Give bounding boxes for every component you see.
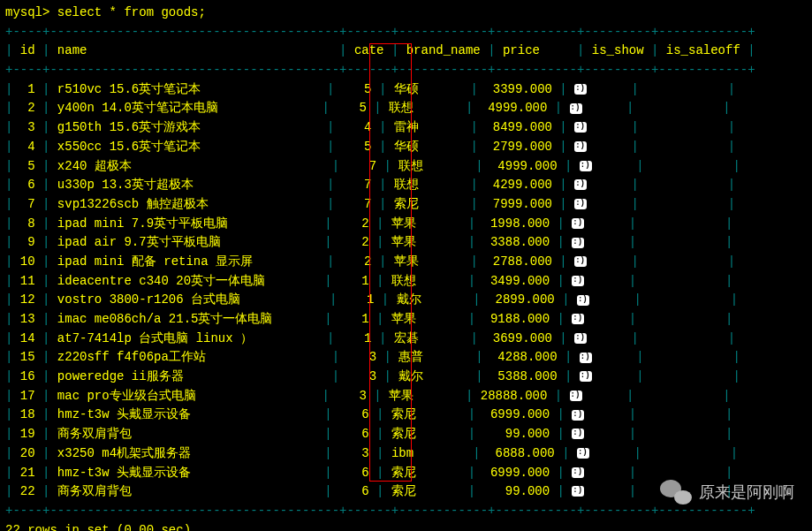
table-row: | 2 | y400n 14.0英寸笔记本电脑 | 5 | 联想 | 4999.…	[5, 99, 807, 118]
smiley-icon	[572, 410, 584, 421]
smiley-icon	[572, 429, 584, 439]
table-row: | 6 | u330p 13.3英寸超极本 | 7 | 联想 | 4299.00…	[5, 176, 807, 195]
smiley-icon	[580, 371, 592, 382]
table-row: | 8 | ipad mini 7.9英寸平板电脑 | 2 | 苹果 | 199…	[5, 215, 807, 234]
smiley-icon	[570, 103, 582, 114]
smiley-icon	[570, 391, 582, 401]
smiley-icon	[574, 179, 587, 190]
table-row: | 9 | ipad air 9.7英寸平板电脑 | 2 | 苹果 | 3388…	[5, 233, 807, 253]
smiley-icon	[577, 295, 589, 306]
result-footer: 22 rows in set (0.00 sec)	[5, 521, 807, 531]
watermark-text: 原来是阿刚啊	[699, 481, 794, 505]
table-row: | 10 | ipad mini 配备 retina 显示屏 | 2 | 苹果 …	[5, 253, 807, 272]
smiley-icon	[574, 333, 587, 344]
smiley-icon	[572, 276, 584, 286]
smiley-icon	[572, 238, 584, 248]
smiley-icon	[577, 448, 589, 459]
smiley-icon	[572, 314, 584, 324]
smiley-icon	[574, 122, 587, 133]
table-row: | 4 | x550cc 15.6英寸笔记本 | 5 | 华硕 | 2799.0…	[5, 138, 807, 157]
smiley-icon	[574, 141, 587, 152]
watermark: 原来是阿刚啊	[660, 480, 794, 506]
table-header: | id | name | cate | brand_name | price …	[5, 42, 807, 61]
table-row: | 16 | poweredge ii服务器 | 3 | 戴尔 | 5388.0…	[5, 368, 807, 387]
table-row: | 19 | 商务双肩背包 | 6 | 索尼 | 99.000 | | |	[5, 425, 807, 444]
table-row: | 14 | at7-7414lp 台式电脑 linux ） | 1 | 宏碁 …	[5, 330, 807, 349]
smiley-icon	[574, 84, 587, 95]
smiley-icon	[574, 199, 587, 209]
table-row: | 17 | mac pro专业级台式电脑 | 3 | 苹果 | 28888.0…	[5, 387, 807, 406]
table-body: | 1 | r510vc 15.6英寸笔记本 | 5 | 华硕 | 3399.0…	[5, 80, 807, 502]
smiley-icon	[572, 467, 584, 478]
table-row: | 7 | svp13226scb 触控超极本 | 7 | 索尼 | 7999.…	[5, 195, 807, 215]
mysql-prompt: mysql> select * from goods;	[5, 4, 807, 23]
smiley-icon	[574, 256, 587, 267]
table-row: | 1 | r510vc 15.6英寸笔记本 | 5 | 华硕 | 3399.0…	[5, 80, 807, 100]
smiley-icon	[580, 161, 592, 171]
table-row: | 15 | z220sff f4f06pa工作站 | 3 | 惠普 | 428…	[5, 348, 807, 368]
table-row: | 3 | g150th 15.6英寸游戏本 | 4 | 雷神 | 8499.0…	[5, 118, 807, 138]
separator-top: +----+----------------------------------…	[5, 23, 807, 42]
smiley-icon	[572, 218, 584, 229]
table-row: | 13 | imac me086ch/a 21.5英寸一体电脑 | 1 | 苹…	[5, 310, 807, 330]
table-row: | 12 | vostro 3800-r1206 台式电脑 | 1 | 戴尔 |…	[5, 291, 807, 310]
smiley-icon	[572, 486, 584, 497]
smiley-icon	[580, 353, 592, 363]
table-row: | 18 | hmz-t3w 头戴显示设备 | 6 | 索尼 | 6999.00…	[5, 406, 807, 425]
table-row: | 11 | ideacentre c340 20英寸一体电脑 | 1 | 联想…	[5, 272, 807, 292]
wechat-icon	[660, 480, 692, 506]
table-row: | 20 | x3250 m4机架式服务器 | 3 | ibm | 6888.0…	[5, 444, 807, 464]
separator-mid: +----+----------------------------------…	[5, 61, 807, 80]
table-row: | 5 | x240 超极本 | 7 | 联想 | 4999.000 | | |	[5, 157, 807, 177]
